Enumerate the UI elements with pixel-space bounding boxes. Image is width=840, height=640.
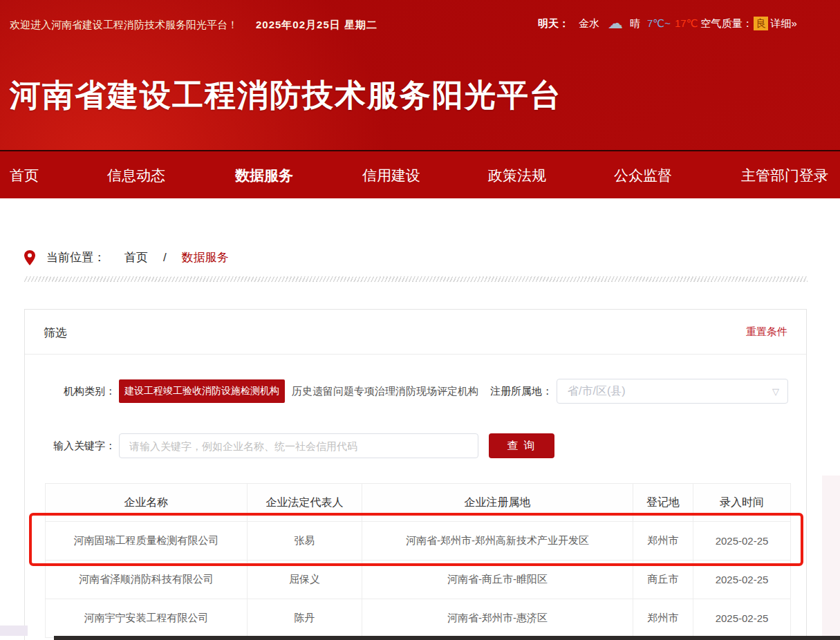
main-nav: 首页 信息动态 数据服务 信用建设 政策法规 公众监督 主管部门登录 xyxy=(0,150,840,198)
breadcrumb: 当前位置： 首页 / 数据服务 xyxy=(24,250,840,265)
region-label: 注册所属地： xyxy=(490,385,552,398)
nav-item-admin-login[interactable]: 主管部门登录 xyxy=(741,151,828,200)
company-table: 企业名称企业法定代表人企业注册属地登记地录入时间 河南固瑞工程质量检测有限公司张… xyxy=(45,483,791,638)
reset-filters-link[interactable]: 重置条件 xyxy=(746,326,787,339)
table-row[interactable]: 河南固瑞工程质量检测有限公司张易河南省-郑州市-郑州高新技术产业开发区郑州市20… xyxy=(46,522,791,561)
weather-widget: 明天： 金水 ☁ 晴 7℃~ 17℃ 空气质量： 良 详细» xyxy=(538,17,797,30)
table-cell: 陈丹 xyxy=(248,599,362,638)
aqi-badge: 良 xyxy=(754,17,768,30)
company-table-body: 河南固瑞工程质量检测有限公司张易河南省-郑州市-郑州高新技术产业开发区郑州市20… xyxy=(46,522,791,638)
keyword-input[interactable] xyxy=(119,433,478,458)
filter-title: 筛选 xyxy=(44,325,67,341)
welcome-text: 欢迎进入河南省建设工程消防技术服务阳光平台！ xyxy=(10,19,238,32)
table-cell: 郑州市 xyxy=(633,599,693,638)
nav-item-data-service[interactable]: 数据服务 xyxy=(235,151,293,200)
site-header: 欢迎进入河南省建设工程消防技术服务阳光平台！ 2025年02月25日 星期二 明… xyxy=(0,0,840,150)
date-text: 2025年02月25日 星期二 xyxy=(256,19,377,32)
nav-item-news[interactable]: 信息动态 xyxy=(107,151,165,200)
aqi-label: 空气质量： xyxy=(700,17,752,30)
table-cell: 2025-02-25 xyxy=(693,561,791,599)
column-header: 企业名称 xyxy=(46,484,248,522)
table-header-row: 企业名称企业法定代表人企业注册属地登记地录入时间 xyxy=(46,484,791,522)
table-row[interactable]: 河南省泽顺消防科技有限公司屈保义河南省-商丘市-睢阳区商丘市2025-02-25 xyxy=(46,561,791,599)
table-cell: 河南省泽顺消防科技有限公司 xyxy=(46,561,248,599)
table-cell: 河南省-商丘市-睢阳区 xyxy=(362,561,633,599)
table-cell: 2025-02-25 xyxy=(693,599,791,638)
breadcrumb-current-link[interactable]: 数据服务 xyxy=(182,250,229,265)
bottom-scrollbar[interactable] xyxy=(54,636,840,640)
table-cell: 屈保义 xyxy=(248,561,362,599)
region-select[interactable]: 省/市/区(县) ▽ xyxy=(557,379,788,404)
company-table-head: 企业名称企业法定代表人企业注册属地登记地录入时间 xyxy=(46,484,791,522)
region-select-placeholder: 省/市/区(县) xyxy=(568,384,626,399)
column-header: 录入时间 xyxy=(693,484,791,522)
table-cell: 商丘市 xyxy=(633,561,693,599)
nav-item-credit[interactable]: 信用建设 xyxy=(362,151,420,200)
corner-patch xyxy=(0,625,28,636)
chevron-down-icon: ▽ xyxy=(772,386,779,397)
org-type-selected-button[interactable]: 建设工程竣工验收消防设施检测机构 xyxy=(119,379,285,403)
location-pin-icon xyxy=(24,250,35,265)
table-cell: 河南固瑞工程质量检测有限公司 xyxy=(46,522,248,561)
nav-item-supervision[interactable]: 公众监督 xyxy=(614,151,672,200)
table-cell: 河南宇宁安装工程有限公司 xyxy=(46,599,248,638)
weather-condition: 晴 xyxy=(630,17,640,30)
column-header: 企业注册属地 xyxy=(362,484,633,522)
table-cell: 张易 xyxy=(248,522,362,561)
right-edge-strip xyxy=(822,476,840,636)
org-type-label: 机构类别： xyxy=(25,385,115,398)
table-cell: 河南省-郑州市-惠济区 xyxy=(362,599,633,638)
filter-panel: 筛选 重置条件 机构类别： 建设工程竣工验收消防设施检测机构 历史遗留问题专项治… xyxy=(24,309,807,640)
table-row[interactable]: 河南宇宁安装工程有限公司陈丹河南省-郑州市-惠济区郑州市2025-02-25 xyxy=(46,599,791,638)
nav-item-home[interactable]: 首页 xyxy=(10,151,39,200)
table-cell: 河南省-郑州市-郑州高新技术产业开发区 xyxy=(362,522,633,561)
table-cell: 郑州市 xyxy=(633,522,693,561)
org-type-filter-row: 机构类别： 建设工程竣工验收消防设施检测机构 历史遗留问题专项治理消防现场评定机… xyxy=(25,379,806,404)
page-title: 河南省建设工程消防技术服务阳光平台 xyxy=(10,75,562,116)
search-button[interactable]: 查 询 xyxy=(489,433,554,458)
nav-item-policy[interactable]: 政策法规 xyxy=(488,151,546,200)
weather-detail-link[interactable]: 详细» xyxy=(770,17,796,30)
keyword-filter-row: 输入关键字： 查 询 xyxy=(25,433,806,458)
weather-tomorrow-label: 明天： xyxy=(538,17,569,30)
filter-panel-header: 筛选 重置条件 xyxy=(25,310,806,355)
weather-temp-low: 7℃~ xyxy=(647,17,671,30)
column-header: 企业法定代表人 xyxy=(248,484,362,522)
breadcrumb-label: 当前位置： xyxy=(46,250,105,265)
keyword-label: 输入关键字： xyxy=(25,440,115,453)
breadcrumb-separator: / xyxy=(163,251,167,265)
weather-district: 金水 xyxy=(579,17,599,30)
weather-temp-high: 17℃ xyxy=(675,17,698,30)
cloud-icon: ☁ xyxy=(608,17,623,30)
topbar: 欢迎进入河南省建设工程消防技术服务阳光平台！ 2025年02月25日 星期二 明… xyxy=(0,0,840,48)
column-header: 登记地 xyxy=(633,484,693,522)
table-cell: 2025-02-25 xyxy=(693,522,791,561)
slash-pattern-divider xyxy=(24,276,808,282)
org-type-other-option[interactable]: 历史遗留问题专项治理消防现场评定机构 xyxy=(292,385,478,398)
breadcrumb-home-link[interactable]: 首页 xyxy=(124,250,148,265)
